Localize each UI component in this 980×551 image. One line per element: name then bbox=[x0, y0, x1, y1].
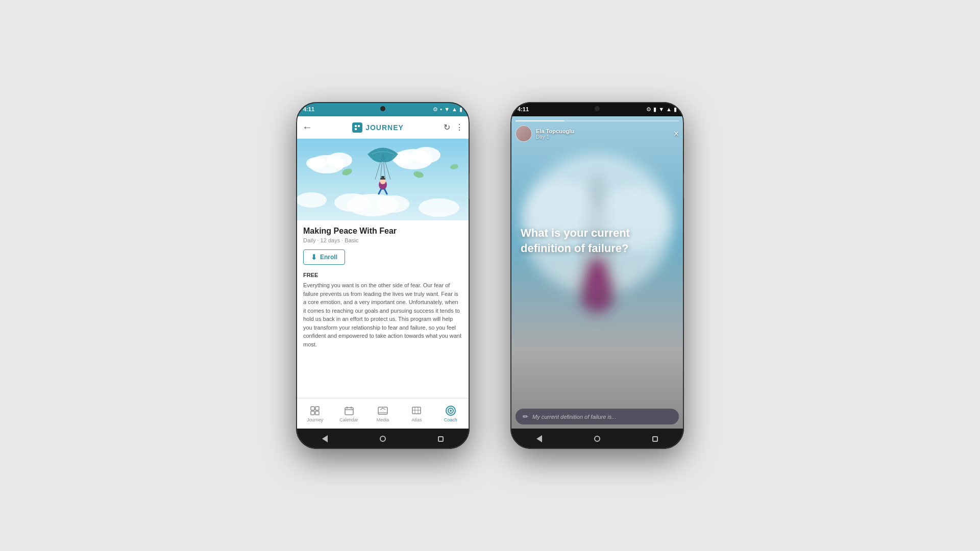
phone-1: 4:11 ⚙ • ▼ ▲ ▮ ← JOURNEY bbox=[296, 102, 470, 449]
progress-fill bbox=[516, 120, 565, 121]
signal-icon: ▲ bbox=[452, 106, 457, 112]
battery-full-icon: ▮ bbox=[674, 106, 677, 113]
svg-rect-0 bbox=[355, 125, 357, 127]
phone2-screen: 4:11 ⚙ ▮ ▼ ▲ ▮ bbox=[510, 102, 684, 449]
free-label: FREE bbox=[303, 272, 462, 278]
atlas-nav-label: Atlas bbox=[411, 417, 422, 422]
svg-rect-1 bbox=[358, 125, 360, 127]
enroll-label: Enroll bbox=[320, 254, 337, 261]
side-button-2 bbox=[683, 173, 684, 199]
topbar-actions: ↻ ⋮ bbox=[444, 122, 463, 132]
system-nav-1 bbox=[296, 429, 470, 449]
course-meta: Daily · 12 days · Basic bbox=[303, 237, 462, 243]
input-area[interactable]: ✏ My current definition of failure is... bbox=[516, 409, 679, 424]
journey-icon bbox=[352, 122, 362, 133]
enroll-icon: ⬇ bbox=[311, 253, 317, 261]
progress-bar-container bbox=[516, 120, 679, 121]
settings-icon-2: ⚙ bbox=[646, 106, 651, 113]
nav-item-media[interactable]: Media bbox=[366, 405, 400, 422]
text-input-container[interactable]: ✏ My current definition of failure is... bbox=[516, 409, 679, 424]
svg-rect-30 bbox=[311, 411, 314, 415]
app-title-area: JOURNEY bbox=[352, 122, 404, 133]
journey-nav-icon bbox=[309, 405, 321, 416]
refresh-button[interactable]: ↻ bbox=[444, 122, 450, 132]
coach-background bbox=[510, 116, 684, 429]
story-header: Ela Topcuoglu Day 1 × bbox=[510, 116, 684, 146]
atlas-nav-icon bbox=[411, 405, 422, 416]
svg-point-6 bbox=[306, 157, 327, 169]
back-button[interactable]: ← bbox=[302, 121, 312, 133]
home-sys-button-2[interactable] bbox=[593, 434, 602, 443]
status-icons-2: ⚙ ▮ ▼ ▲ ▮ bbox=[646, 106, 677, 113]
calendar-nav-label: Calendar bbox=[339, 417, 358, 422]
close-story-button[interactable]: × bbox=[673, 129, 679, 139]
avatar-image bbox=[516, 126, 531, 141]
nav-item-journey[interactable]: Journey bbox=[298, 405, 332, 422]
back-sys-button-2[interactable] bbox=[535, 434, 544, 443]
svg-rect-2 bbox=[355, 128, 357, 130]
coach-nav-label: Coach bbox=[444, 417, 457, 422]
course-info: Making Peace With Fear Daily · 12 days ·… bbox=[296, 220, 470, 398]
app-topbar: ← JOURNEY ↻ ⋮ bbox=[296, 116, 470, 139]
svg-point-14 bbox=[296, 192, 327, 208]
input-placeholder: My current definition of failure is... bbox=[532, 414, 616, 420]
wifi-icon: ▼ bbox=[444, 106, 450, 112]
wifi-icon-2: ▼ bbox=[658, 106, 664, 112]
time-1: 4:11 bbox=[303, 106, 314, 112]
user-day: Day 1 bbox=[536, 134, 574, 140]
media-nav-label: Media bbox=[377, 417, 389, 422]
side-button bbox=[469, 173, 470, 199]
recents-sys-button-2[interactable] bbox=[650, 434, 659, 443]
course-content: Making Peace With Fear Daily · 12 days ·… bbox=[296, 220, 470, 429]
hero-illustration bbox=[296, 139, 470, 220]
app-title: JOURNEY bbox=[365, 123, 404, 132]
nav-item-calendar[interactable]: Calendar bbox=[332, 405, 365, 422]
coach-story: Ela Topcuoglu Day 1 × What is your curre… bbox=[510, 116, 684, 429]
svg-point-5 bbox=[327, 153, 352, 168]
nav-item-coach[interactable]: Coach bbox=[434, 405, 468, 422]
enroll-button[interactable]: ⬇ Enroll bbox=[303, 249, 345, 265]
media-nav-icon bbox=[377, 405, 388, 416]
svg-rect-29 bbox=[315, 407, 319, 410]
battery-icon-2: ▮ bbox=[653, 106, 656, 113]
svg-rect-25 bbox=[381, 176, 384, 179]
system-nav-2 bbox=[510, 429, 684, 449]
dot-icon: • bbox=[440, 106, 442, 112]
user-name: Ela Topcuoglu bbox=[536, 128, 574, 134]
coach-nav-icon bbox=[445, 405, 456, 416]
recents-sys-button[interactable] bbox=[436, 434, 445, 443]
bottom-nav: Journey Calendar bbox=[296, 398, 470, 429]
user-avatar bbox=[516, 126, 532, 142]
story-user-row: Ela Topcuoglu Day 1 × bbox=[516, 126, 679, 142]
svg-point-12 bbox=[377, 195, 409, 213]
svg-rect-31 bbox=[315, 411, 319, 415]
signal-icon-2: ▲ bbox=[666, 106, 672, 112]
camera-notch bbox=[380, 106, 385, 111]
settings-icon: ⚙ bbox=[433, 106, 438, 113]
svg-point-41 bbox=[450, 410, 452, 412]
user-name-area: Ela Topcuoglu Day 1 bbox=[536, 128, 574, 140]
question-area: What is your current definition of failu… bbox=[510, 226, 684, 256]
hero-image bbox=[296, 139, 470, 220]
svg-point-13 bbox=[419, 198, 459, 217]
more-button[interactable]: ⋮ bbox=[455, 122, 463, 132]
coach-illustration bbox=[510, 116, 684, 429]
time-2: 4:11 bbox=[518, 106, 529, 112]
battery-icon: ▮ bbox=[459, 106, 462, 113]
nav-item-atlas[interactable]: Atlas bbox=[400, 405, 433, 422]
svg-point-8 bbox=[412, 147, 440, 163]
question-text: What is your current definition of failu… bbox=[521, 226, 674, 256]
status-icons-1: ⚙ • ▼ ▲ ▮ bbox=[433, 106, 462, 113]
phone1-screen: 4:11 ⚙ • ▼ ▲ ▮ ← JOURNEY bbox=[296, 102, 470, 449]
journey-nav-label: Journey bbox=[307, 417, 323, 422]
pencil-icon: ✏ bbox=[523, 413, 528, 420]
back-sys-button[interactable] bbox=[321, 434, 330, 443]
svg-rect-32 bbox=[345, 408, 353, 415]
camera-notch-2 bbox=[595, 106, 600, 111]
phone-2: 4:11 ⚙ ▮ ▼ ▲ ▮ bbox=[510, 102, 684, 449]
home-sys-button[interactable] bbox=[378, 434, 387, 443]
calendar-nav-icon bbox=[344, 405, 355, 416]
svg-point-11 bbox=[334, 193, 370, 212]
svg-rect-28 bbox=[311, 407, 314, 410]
story-user-info: Ela Topcuoglu Day 1 bbox=[516, 126, 574, 142]
